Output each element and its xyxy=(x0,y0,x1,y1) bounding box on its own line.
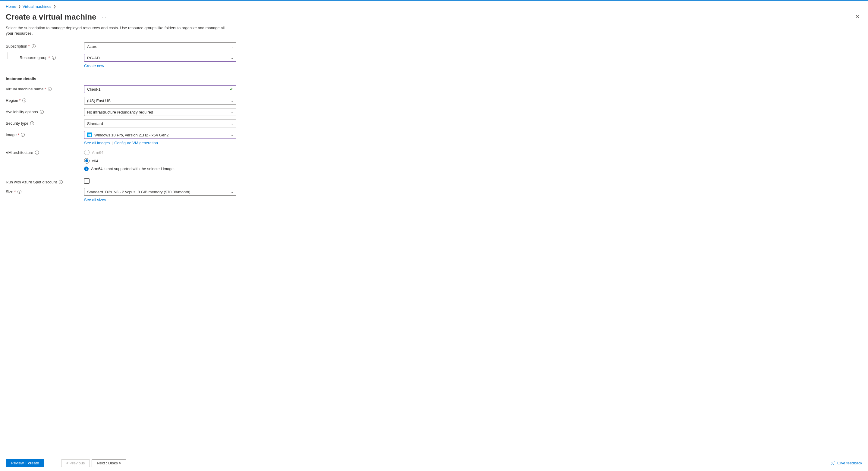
chevron-down-icon: ⌄ xyxy=(231,99,233,102)
chevron-down-icon: ⌄ xyxy=(231,133,233,137)
chevron-right-icon: ❯ xyxy=(53,4,56,8)
spot-discount-checkbox[interactable] xyxy=(84,178,90,184)
size-label: Size* i xyxy=(6,188,84,194)
region-label: Region* i xyxy=(6,97,84,103)
info-icon[interactable]: i xyxy=(18,190,22,194)
more-actions-button[interactable]: ··· xyxy=(102,15,107,19)
arch-info-message: i Arm64 is not supported with the select… xyxy=(84,167,236,171)
instance-details-heading: Instance details xyxy=(6,76,244,81)
vm-name-label: Virtual machine name* i xyxy=(6,85,84,91)
info-icon[interactable]: i xyxy=(21,133,25,137)
info-icon[interactable]: i xyxy=(40,110,44,114)
description-text: Select the subscription to manage deploy… xyxy=(6,25,232,36)
availability-select[interactable]: No infrastructure redundancy required ⌄ xyxy=(84,108,236,116)
breadcrumb: Home ❯ Virtual machines ❯ xyxy=(6,4,862,9)
info-icon[interactable]: i xyxy=(32,44,36,48)
info-icon[interactable]: i xyxy=(35,150,39,155)
image-select[interactable]: Windows 10 Pro, version 21H2 - x64 Gen2 … xyxy=(84,131,236,139)
close-button[interactable]: ✕ xyxy=(855,13,860,20)
security-type-select[interactable]: Standard ⌄ xyxy=(84,120,236,127)
chevron-down-icon: ⌄ xyxy=(231,122,233,125)
info-icon[interactable]: i xyxy=(22,99,26,102)
info-icon[interactable]: i xyxy=(48,87,52,91)
region-select[interactable]: (US) East US ⌄ xyxy=(84,97,236,104)
subscription-label: Subscription* i xyxy=(6,42,84,48)
breadcrumb-vms[interactable]: Virtual machines xyxy=(23,4,52,9)
resource-group-select[interactable]: RG-AD ⌄ xyxy=(84,54,236,62)
size-select[interactable]: Standard_D2s_v3 - 2 vcpus, 8 GiB memory … xyxy=(84,188,236,196)
info-icon[interactable]: i xyxy=(59,180,63,184)
see-all-images-link[interactable]: See all images xyxy=(84,141,110,145)
vm-architecture-label: VM architecture i xyxy=(6,149,84,155)
configure-vm-gen-link[interactable]: Configure VM generation xyxy=(114,141,158,145)
windows-icon xyxy=(87,133,92,137)
vm-name-input[interactable]: Client-1 ✓ xyxy=(84,85,236,93)
chevron-down-icon: ⌄ xyxy=(231,45,233,48)
availability-label: Availability options i xyxy=(6,108,84,114)
create-new-link[interactable]: Create new xyxy=(84,64,104,68)
subscription-select[interactable]: Azure ⌄ xyxy=(84,42,236,50)
info-icon[interactable]: i xyxy=(52,56,56,60)
chevron-down-icon: ⌄ xyxy=(231,56,233,60)
breadcrumb-home[interactable]: Home xyxy=(6,4,16,9)
see-all-sizes-link[interactable]: See all sizes xyxy=(84,198,106,202)
page-title: Create a virtual machine xyxy=(6,12,96,22)
image-label: Image* i xyxy=(6,131,84,137)
arch-x64-radio[interactable]: x64 xyxy=(84,158,236,164)
chevron-down-icon: ⌄ xyxy=(231,190,233,194)
resource-group-label: Resource group* i xyxy=(20,54,84,60)
arch-arm64-radio: Arm64 xyxy=(84,150,236,155)
security-type-label: Security type i xyxy=(6,120,84,126)
chevron-down-icon: ⌄ xyxy=(231,110,233,114)
info-circle-icon: i xyxy=(84,167,89,171)
chevron-right-icon: ❯ xyxy=(18,4,21,8)
checkmark-icon: ✓ xyxy=(230,87,233,92)
spot-discount-label: Run with Azure Spot discount i xyxy=(6,178,84,184)
info-icon[interactable]: i xyxy=(30,121,34,125)
